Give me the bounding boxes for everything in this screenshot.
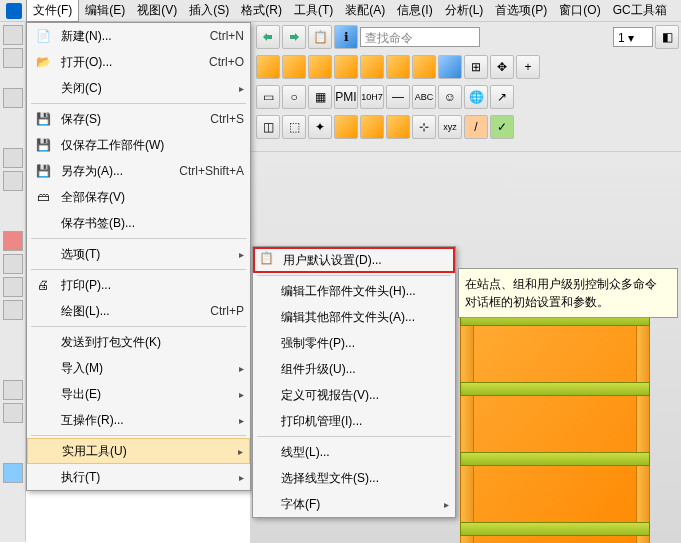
save-work-icon: 💾	[33, 136, 53, 154]
submenu-edit-other-header[interactable]: 编辑其他部件文件头(A)...	[253, 304, 455, 330]
menu-saveall[interactable]: 🗃 全部保存(V)	[27, 184, 250, 210]
menu-analysis[interactable]: 分析(L)	[439, 0, 490, 21]
menu-insert[interactable]: 插入(S)	[183, 0, 235, 21]
new-icon: 📄	[33, 27, 53, 45]
menu-new[interactable]: 📄 新建(N)... Ctrl+N	[27, 23, 250, 49]
menu-format[interactable]: 格式(R)	[235, 0, 288, 21]
menu-preferences[interactable]: 首选项(P)	[489, 0, 553, 21]
left-icon-8[interactable]	[3, 277, 23, 297]
left-icon-5[interactable]	[3, 171, 23, 191]
menu-save[interactable]: 💾 保存(S) Ctrl+S	[27, 106, 250, 132]
rect-icon[interactable]: ▭	[256, 85, 280, 109]
menu-close[interactable]: 关闭(C) ▸	[27, 75, 250, 101]
print-icon: 🖨	[33, 276, 53, 294]
left-icon-11[interactable]	[3, 403, 23, 423]
arrow-icon[interactable]: ↗	[490, 85, 514, 109]
constraint-icon[interactable]: ⊞	[464, 55, 488, 79]
menu-utilities[interactable]: 实用工具(U) ▸	[27, 438, 250, 464]
text-icon[interactable]: ABC	[412, 85, 436, 109]
left-icon-3[interactable]	[3, 88, 23, 108]
command-search[interactable]: 查找命令	[360, 27, 480, 47]
chevron-right-icon: ▸	[239, 389, 244, 400]
submenu-user-defaults[interactable]: 📋 用户默认设置(D)...	[253, 247, 455, 273]
menu-file[interactable]: 文件(F)	[26, 0, 79, 22]
left-icon-10[interactable]	[3, 380, 23, 400]
move-icon[interactable]: ✥	[490, 55, 514, 79]
menu-assembly[interactable]: 装配(A)	[339, 0, 391, 21]
file-menu: 📄 新建(N)... Ctrl+N 📂 打开(O)... Ctrl+O 关闭(C…	[26, 22, 251, 491]
sel-icon-2[interactable]: ⬚	[282, 115, 306, 139]
solid-icon-2[interactable]	[282, 55, 306, 79]
left-icon-9[interactable]	[3, 300, 23, 320]
left-icon-7[interactable]	[3, 254, 23, 274]
submenu-linetype[interactable]: 线型(L)...	[253, 439, 455, 465]
submenu-visual-report[interactable]: 定义可视报告(V)...	[253, 382, 455, 408]
dim-icon[interactable]: 10H7	[360, 85, 384, 109]
menu-plot[interactable]: 绘图(L)... Ctrl+P	[27, 298, 250, 324]
solid-icon-5[interactable]	[360, 55, 384, 79]
menu-gctoolbox[interactable]: GC工具箱	[607, 0, 673, 21]
smiley-icon[interactable]: ☺	[438, 85, 462, 109]
xyz-icon[interactable]: xyz	[438, 115, 462, 139]
globe-icon[interactable]: 🌐	[464, 85, 488, 109]
menu-tools[interactable]: 工具(T)	[288, 0, 339, 21]
menu-interop[interactable]: 互操作(R)... ▸	[27, 407, 250, 433]
submenu-font[interactable]: 字体(F)▸	[253, 491, 455, 517]
sel-icon-1[interactable]: ◫	[256, 115, 280, 139]
scale-dropdown[interactable]: 1 ▾	[613, 27, 653, 47]
sel-cube-1[interactable]	[334, 115, 358, 139]
menu-saveas[interactable]: 💾 另存为(A)... Ctrl+Shift+A	[27, 158, 250, 184]
submenu-edit-work-header[interactable]: 编辑工作部件文件头(H)...	[253, 278, 455, 304]
slash-icon[interactable]: /	[464, 115, 488, 139]
grid-icon[interactable]: ▦	[308, 85, 332, 109]
menu-save-work[interactable]: 💾 仅保存工作部件(W)	[27, 132, 250, 158]
submenu-component-upgrade[interactable]: 组件升级(U)...	[253, 356, 455, 382]
menu-edit[interactable]: 编辑(E)	[79, 0, 131, 21]
menu-info[interactable]: 信息(I)	[391, 0, 438, 21]
left-icon-4[interactable]	[3, 148, 23, 168]
clipboard-icon[interactable]: 📋	[308, 25, 332, 49]
point-icon[interactable]: +	[516, 55, 540, 79]
check-icon[interactable]: ✓	[490, 115, 514, 139]
chevron-right-icon: ▸	[239, 472, 244, 483]
redo-icon[interactable]	[282, 25, 306, 49]
circle-icon[interactable]: ○	[282, 85, 306, 109]
utilities-submenu: 📋 用户默认设置(D)... 编辑工作部件文件头(H)... 编辑其他部件文件头…	[252, 246, 456, 518]
chevron-right-icon: ▸	[239, 249, 244, 260]
saveall-icon: 🗃	[33, 188, 53, 206]
left-icon-2[interactable]	[3, 48, 23, 68]
pmi-icon[interactable]: PMI	[334, 85, 358, 109]
sel-icon-3[interactable]: ✦	[308, 115, 332, 139]
submenu-force-part[interactable]: 强制零件(P)...	[253, 330, 455, 356]
tool-more-icon[interactable]: ◧	[655, 25, 679, 49]
menu-send-package[interactable]: 发送到打包文件(K)	[27, 329, 250, 355]
menu-import[interactable]: 导入(M) ▸	[27, 355, 250, 381]
menu-save-bookmark[interactable]: 保存书签(B)...	[27, 210, 250, 236]
left-icon-6[interactable]	[3, 231, 23, 251]
menu-execute[interactable]: 执行(T) ▸	[27, 464, 250, 490]
menu-open[interactable]: 📂 打开(O)... Ctrl+O	[27, 49, 250, 75]
submenu-select-linetype-file[interactable]: 选择线型文件(S)...	[253, 465, 455, 491]
line-icon[interactable]: —	[386, 85, 410, 109]
menu-print[interactable]: 🖨 打印(P)...	[27, 272, 250, 298]
menu-export[interactable]: 导出(E) ▸	[27, 381, 250, 407]
left-icon-1[interactable]	[3, 25, 23, 45]
submenu-printer-manage[interactable]: 打印机管理(I)...	[253, 408, 455, 434]
info-icon[interactable]: ℹ	[334, 25, 358, 49]
undo-icon[interactable]	[256, 25, 280, 49]
menu-options[interactable]: 选项(T) ▸	[27, 241, 250, 267]
solid-icon-7[interactable]	[412, 55, 436, 79]
sel-cube-3[interactable]	[386, 115, 410, 139]
tooltip: 在站点、组和用户级别控制众多命令 对话框的初始设置和参数。	[458, 268, 678, 318]
solid-icon-4[interactable]	[334, 55, 358, 79]
solid-icon-6[interactable]	[386, 55, 410, 79]
menu-window[interactable]: 窗口(O)	[553, 0, 606, 21]
axes-icon[interactable]: ⊹	[412, 115, 436, 139]
sel-cube-2[interactable]	[360, 115, 384, 139]
left-icon-12[interactable]	[3, 463, 23, 483]
chevron-right-icon: ▸	[444, 499, 449, 510]
menu-view[interactable]: 视图(V)	[131, 0, 183, 21]
solid-icon-1[interactable]	[256, 55, 280, 79]
solid-icon-3[interactable]	[308, 55, 332, 79]
stack-icon[interactable]	[438, 55, 462, 79]
